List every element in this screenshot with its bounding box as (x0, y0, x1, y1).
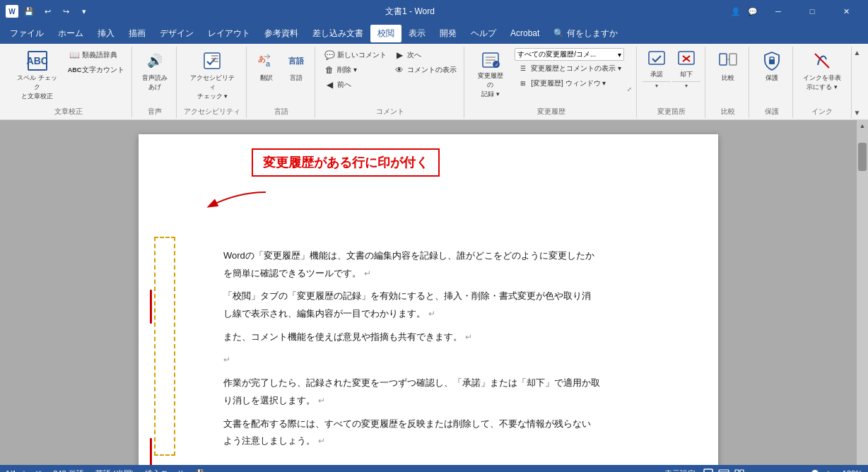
menu-mailings[interactable]: 差し込み文書 (305, 25, 370, 42)
restore-button[interactable]: □ (796, 0, 828, 23)
menu-view[interactable]: 表示 (401, 25, 433, 42)
spellcheck-button[interactable]: ABC スペル チェックと文章校正 (10, 48, 64, 104)
titlebar-left: W 💾 ↩ ↪ ▾ (6, 4, 92, 19)
menu-home[interactable]: ホーム (51, 25, 90, 42)
document-area[interactable]: 変更履歴がある行に印が付く Wordの「変更履歴」機能は、文書の編集内容を記録し… (0, 120, 857, 465)
scroll-thumb[interactable] (858, 143, 867, 171)
display-setting[interactable]: 表示設定 (664, 468, 696, 473)
read-mode-btn[interactable] (732, 468, 746, 472)
menu-dev[interactable]: 開発 (433, 25, 464, 42)
hide-ink-icon (812, 51, 832, 71)
menu-layout[interactable]: レイアウト (201, 25, 257, 42)
ribbon-scroll-up[interactable]: ▲ (852, 47, 863, 58)
minimize-button[interactable]: ─ (762, 0, 794, 23)
accessibility-content: アクセシビリティチェック ▾ (182, 48, 242, 104)
menu-design[interactable]: デザイン (153, 25, 201, 42)
ribbon-group-compare: 比較 比較 (707, 47, 749, 118)
tracking-expand[interactable]: ⤢ (627, 86, 632, 93)
tracking-content: ✓ 変更履歴の記録 ▾ すべての変更履歴/コメ... ▾ ☰ 変更履歴とコメント… (470, 48, 632, 104)
tracking-pane-button[interactable]: ⊞ [変更履歴] ウィンドウ ▾ (515, 76, 624, 90)
reject-arrow[interactable]: ▾ (672, 81, 700, 90)
accept-arrow[interactable]: ▾ (643, 81, 671, 90)
account-icon[interactable]: 👤 (728, 4, 744, 19)
menu-review[interactable]: 校閲 (370, 25, 401, 42)
para-4-text: 作業が完了したら、記録された変更を一つずつ確認し、「承諾」または「却下」で適用か… (223, 377, 600, 388)
next-comment-button[interactable]: ▶ 次へ (391, 48, 459, 62)
ribbon-group-comments: 💬 新しいコメント 🗑 削除 ▾ ◀ 前へ ▶ 次へ (317, 47, 464, 118)
ribbon-group-changes: 承諾 ▾ 却下 ▾ (638, 47, 705, 118)
delete-comment-button[interactable]: 🗑 削除 ▾ (321, 63, 389, 77)
menu-draw[interactable]: 描画 (122, 25, 153, 42)
para-1-cont: を簡単に確認できるツールです。 (223, 268, 361, 278)
track-changes-button[interactable]: ✓ 変更履歴の記録 ▾ (470, 48, 510, 101)
quick-access-pin[interactable]: ▾ (76, 4, 92, 19)
speech-content: 🔊 音声読みあげ (138, 48, 172, 104)
prev-icon: ◀ (324, 79, 335, 90)
svg-text:a: a (266, 59, 271, 68)
zoom-minus-btn[interactable]: − (752, 468, 758, 472)
wordcount-button[interactable]: ABC 文字カウント (66, 63, 127, 77)
para-empty-pilcrow: ↵ (223, 355, 230, 365)
tracking-col: すべての変更履歴/コメ... ▾ ☰ 変更履歴とコメントの表示 ▾ ⊞ [変更履… (515, 48, 624, 90)
menu-insert[interactable]: 挿入 (90, 25, 122, 42)
proofing-col: 📖 類義語辞典 ABC 文字カウント (66, 48, 127, 77)
ribbon-scroll[interactable]: ▲ ▼ (851, 47, 862, 118)
proofing-content: ABC スペル チェックと文章校正 📖 類義語辞典 ABC 文字カウント (10, 48, 127, 104)
comments-label: コメント (321, 107, 459, 117)
statusbar-right: 表示設定 − + 130% (664, 468, 862, 472)
hide-ink-button[interactable]: インクを非表示にする ▾ (799, 48, 845, 95)
menu-file[interactable]: ファイル (3, 25, 51, 42)
svg-text:あ: あ (258, 54, 266, 63)
tts-button[interactable]: 🔊 音声読みあげ (138, 48, 172, 95)
view-mode-print[interactable] (701, 468, 746, 472)
language-content: あ a 翻訳 言語 言語 (252, 48, 310, 104)
language-button[interactable]: 言語 言語 (282, 48, 310, 85)
speech-label: 音声 (138, 107, 172, 117)
menu-help[interactable]: ヘルプ (464, 25, 503, 42)
chat-icon[interactable]: 💬 (745, 4, 761, 19)
comment-col1: 💬 新しいコメント 🗑 削除 ▾ ◀ 前へ (321, 48, 389, 92)
ribbon-scroll-down[interactable]: ▼ (852, 107, 863, 118)
menubar: ファイル ホーム 挿入 描画 デザイン レイアウト 参考資料 差し込み文書 校閲… (0, 23, 868, 44)
show-markup-icon: ☰ (517, 63, 529, 74)
save-button[interactable]: 💾 (21, 4, 37, 19)
prev-comment-button[interactable]: ◀ 前へ (321, 78, 389, 92)
para-2-text: 「校閲」タブの「変更履歴の記録」を有効にすると、挿入・削除・書式変更が色や取り消 (223, 290, 591, 301)
close-button[interactable]: ✕ (830, 0, 862, 23)
compare-button[interactable]: 比較 (714, 48, 742, 85)
zoom-plus-btn[interactable]: + (826, 468, 831, 472)
comment-col2: ▶ 次へ 👁 コメントの表示 (391, 48, 459, 77)
reject-icon (676, 50, 696, 70)
document-text[interactable]: Wordの「変更履歴」機能は、文書の編集内容を記録し、誰がどこをどのように変更し… (223, 247, 662, 450)
thesaurus-button[interactable]: 📖 類義語辞典 (66, 48, 127, 62)
ribbon-group-tracking: ✓ 変更履歴の記録 ▾ すべての変更履歴/コメ... ▾ ☰ 変更履歴とコメント… (466, 47, 637, 118)
ribbon-group-protect: 保護 保護 (751, 47, 793, 118)
para-3-text: また、コメント機能を使えば意見や指摘も共有できます。 (223, 331, 462, 342)
print-layout-btn[interactable] (701, 468, 715, 472)
changes-content: 承諾 ▾ 却下 ▾ (643, 48, 700, 104)
vertical-scrollbar[interactable]: ▲ (857, 120, 868, 465)
protect-button[interactable]: 保護 (758, 48, 786, 85)
para-4-pilcrow: ↵ (318, 396, 325, 406)
menu-acrobat[interactable]: Acrobat (503, 25, 546, 41)
new-comment-button[interactable]: 💬 新しいコメント (321, 48, 389, 62)
svg-rect-17 (720, 54, 727, 65)
redo-button[interactable]: ↪ (58, 4, 74, 19)
translate-button[interactable]: あ a 翻訳 (252, 48, 281, 85)
web-layout-btn[interactable] (717, 468, 731, 472)
undo-button[interactable]: ↩ (40, 4, 55, 19)
show-comments-button[interactable]: 👁 コメントの表示 (391, 63, 459, 77)
para-2-cont: し線で表示され、編集内容が一目でわかります。 (223, 308, 426, 319)
accept-button[interactable]: 承諾 ▾ (643, 48, 671, 90)
ribbon-groups: ABC スペル チェックと文章校正 📖 類義語辞典 ABC 文字カウント 文章校… (6, 47, 862, 118)
accessibility-button[interactable]: アクセシビリティチェック ▾ (182, 48, 242, 104)
scroll-up-btn[interactable]: ▲ (857, 120, 868, 131)
para-4-cont: り消しを選択します。 (223, 395, 315, 406)
menu-search[interactable]: 🔍 何をしますか (546, 25, 624, 42)
annotation-box: 変更履歴がある行に印が付く (252, 148, 440, 177)
reject-button[interactable]: 却下 ▾ (672, 48, 700, 90)
show-markup-dropdown[interactable]: すべての変更履歴/コメ... ▾ (515, 48, 624, 61)
show-markup-button[interactable]: ☰ 変更履歴とコメントの表示 ▾ (515, 61, 624, 76)
delete-comment-icon: 🗑 (324, 64, 335, 76)
menu-references[interactable]: 参考資料 (257, 25, 305, 42)
